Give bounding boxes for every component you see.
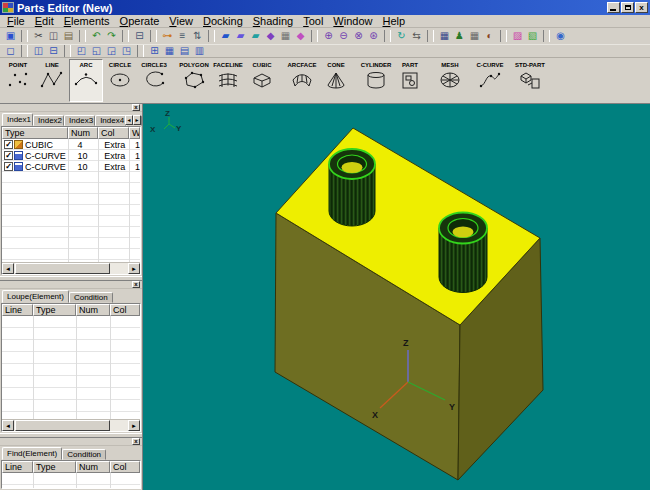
tool-part-button[interactable]: PART	[393, 59, 427, 102]
element-list-row[interactable]: ✓CUBIC4Extra1	[2, 139, 140, 150]
view-side-button[interactable]: ▰	[233, 29, 248, 43]
index-index2-tab[interactable]: Index2	[33, 115, 64, 126]
grid-button[interactable]: ▦	[467, 29, 482, 43]
tool-mesh-button[interactable]: MESH	[433, 59, 467, 102]
scroll-left-icon[interactable]: ◄	[2, 420, 14, 431]
tool-cone-button[interactable]: CONE	[319, 59, 353, 102]
menu-tool[interactable]: Tool	[298, 15, 328, 28]
copy-button[interactable]: ◫	[46, 29, 61, 43]
title-bar[interactable]: Parts Editor (New) x	[0, 0, 650, 15]
rotate-free-button[interactable]: ⊛	[366, 29, 381, 43]
sort-button[interactable]: ⇅	[190, 29, 205, 43]
column-col[interactable]: Col	[98, 127, 129, 139]
tool-circle-button[interactable]: CIRCLE	[103, 59, 137, 102]
close-button[interactable]: x	[635, 2, 648, 13]
column-num[interactable]: Num	[76, 304, 110, 316]
element-list-row[interactable]: ✓C-CURVE10Extra1	[2, 161, 140, 172]
material-button[interactable]: ▨	[510, 29, 525, 43]
column-type[interactable]: Type	[2, 127, 68, 139]
scroll-right-icon[interactable]: ►	[128, 420, 140, 431]
rotate-x-button[interactable]: ⊕	[321, 29, 336, 43]
tool-arc-button[interactable]: ARC	[69, 59, 103, 102]
view-iso-button[interactable]: ◆	[263, 29, 278, 43]
save-button[interactable]: ▣	[3, 29, 18, 43]
tool-polygon-button[interactable]: POLYGON	[177, 59, 211, 102]
menu-shading[interactable]: Shading	[248, 15, 298, 28]
tool-c-curve-button[interactable]: C-CURVE	[473, 59, 507, 102]
index-panel-close-button[interactable]: x	[132, 104, 140, 111]
index-index3-tab[interactable]: Index3	[64, 115, 95, 126]
paint-button[interactable]: ◐	[482, 29, 497, 43]
split-horizontal-button[interactable]: ⊟	[46, 45, 61, 57]
texture-button[interactable]: ▧	[525, 29, 540, 43]
tile-bottom-button[interactable]: ◱	[89, 45, 104, 57]
tool-circle3-button[interactable]: CIRCLE3	[137, 59, 171, 102]
column-num[interactable]: Num	[76, 461, 110, 473]
column-type[interactable]: Type	[33, 461, 76, 473]
scrollbar-track[interactable]	[110, 420, 128, 431]
index-index4-tab[interactable]: Index4	[95, 115, 126, 126]
menu-edit[interactable]: Edit	[30, 15, 59, 28]
viewport-canvas[interactable]: Z X Y	[143, 104, 650, 490]
rotate-z-button[interactable]: ⊗	[351, 29, 366, 43]
restore-button[interactable]	[621, 2, 634, 13]
scrollbar-thumb[interactable]	[15, 263, 110, 274]
paste-button[interactable]: ▤	[61, 29, 76, 43]
single-window-button[interactable]: ◻	[3, 45, 18, 57]
pan-button[interactable]: ⇆	[409, 29, 424, 43]
scroll-right-icon[interactable]: ►	[128, 263, 140, 274]
tool-point-button[interactable]: POINT	[1, 59, 35, 102]
element-list-row[interactable]: ✓C-CURVE10Extra1	[2, 150, 140, 161]
menu-operate[interactable]: Operate	[115, 15, 165, 28]
tile-quad-button[interactable]: ◰	[74, 45, 89, 57]
menu-window[interactable]: Window	[328, 15, 377, 28]
redo-button[interactable]: ↷	[104, 29, 119, 43]
index-horizontal-scrollbar[interactable]: ◄ ►	[2, 262, 140, 274]
menu-help[interactable]: Help	[377, 15, 410, 28]
undo-button[interactable]: ↶	[89, 29, 104, 43]
refresh-button[interactable]: ↻	[394, 29, 409, 43]
rotate-y-button[interactable]: ⊖	[336, 29, 351, 43]
view-top-button[interactable]: ▰	[248, 29, 263, 43]
cylinder-2[interactable]	[439, 213, 487, 293]
help-sphere-button[interactable]: ◉	[553, 29, 568, 43]
tool-cubic-button[interactable]: CUBIC	[245, 59, 279, 102]
view-grid-button[interactable]: ▦	[278, 29, 293, 43]
tab-scroll-right-button[interactable]: ►	[133, 115, 141, 125]
list-button[interactable]: ≡	[175, 29, 190, 43]
index-index1-tab[interactable]: Index1	[2, 113, 33, 126]
tile-cols-button[interactable]: ▥	[192, 45, 207, 57]
menu-elements[interactable]: Elements	[59, 15, 115, 28]
find-condition-tab[interactable]: Condition	[62, 449, 106, 460]
tool-std-part-button[interactable]: STD-PART	[513, 59, 547, 102]
column-num[interactable]: Num	[68, 127, 98, 139]
tile-rows-button[interactable]: ▤	[177, 45, 192, 57]
minimize-button[interactable]	[607, 2, 620, 13]
column-line[interactable]: Line	[2, 461, 33, 473]
view-front-button[interactable]: ▰	[218, 29, 233, 43]
scrollbar-thumb[interactable]	[15, 420, 110, 431]
tile-right-button[interactable]: ◲	[104, 45, 119, 57]
visibility-checkbox[interactable]: ✓	[4, 151, 13, 160]
loupe-horizontal-scrollbar[interactable]: ◄ ►	[2, 419, 140, 431]
loupe-loupe-element-tab[interactable]: Loupe(Element)	[2, 290, 69, 303]
cascade-button[interactable]: ⊞	[147, 45, 162, 57]
loupe-panel-close-button[interactable]: x	[132, 281, 140, 288]
tab-scroll-left-button[interactable]: ◄	[125, 115, 133, 125]
find-find-element-tab[interactable]: Find(Element)	[2, 447, 62, 460]
view-shade-button[interactable]: ◆	[293, 29, 308, 43]
split-vertical-button[interactable]: ◫	[31, 45, 46, 57]
tile-top-button[interactable]: ◳	[119, 45, 134, 57]
column-wi[interactable]: Wi	[129, 127, 140, 139]
cut-button[interactable]: ✂	[31, 29, 46, 43]
user-button[interactable]: ♟	[452, 29, 467, 43]
tree-button[interactable]: ⊶	[160, 29, 175, 43]
tool-cylinder-button[interactable]: CYLINDER	[359, 59, 393, 102]
tool-line-button[interactable]: LINE	[35, 59, 69, 102]
column-col[interactable]: Col	[110, 304, 140, 316]
menu-docking[interactable]: Docking	[198, 15, 248, 28]
cylinder-1[interactable]	[329, 149, 375, 226]
tool-faceline-button[interactable]: FACELINE	[211, 59, 245, 102]
scrollbar-track[interactable]	[110, 263, 128, 274]
loupe-condition-tab[interactable]: Condition	[69, 292, 113, 303]
